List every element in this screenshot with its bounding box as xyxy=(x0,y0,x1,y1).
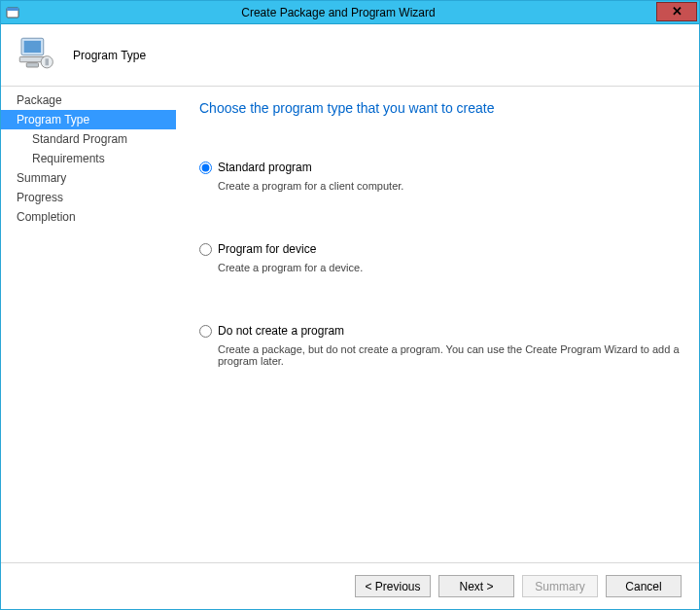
computer-icon xyxy=(15,33,55,77)
radio-standard[interactable] xyxy=(199,161,212,174)
svg-rect-3 xyxy=(24,41,42,53)
option-standard-desc: Create a program for a client computer. xyxy=(218,180,682,192)
svg-rect-1 xyxy=(7,8,18,11)
sidebar-item-completion[interactable]: Completion xyxy=(1,207,176,227)
summary-button: Summary xyxy=(522,575,598,597)
svg-rect-5 xyxy=(26,63,38,67)
page-title: Program Type xyxy=(73,49,146,62)
option-none: Do not create a program Create a package… xyxy=(199,324,682,367)
previous-button[interactable]: < Previous xyxy=(355,575,431,597)
cancel-button[interactable]: Cancel xyxy=(606,575,682,597)
option-none-desc: Create a package, but do not create a pr… xyxy=(218,343,682,367)
option-standard-label: Standard program xyxy=(218,161,312,174)
sidebar: Package Program Type Standard Program Re… xyxy=(1,87,176,562)
sidebar-item-requirements[interactable]: Requirements xyxy=(1,149,176,168)
wizard-body: Package Program Type Standard Program Re… xyxy=(1,87,699,562)
option-device-row[interactable]: Program for device xyxy=(199,242,682,256)
sidebar-item-program-type[interactable]: Program Type xyxy=(1,110,176,129)
window-title: Create Package and Program Wizard xyxy=(20,6,656,19)
wizard-window: Create Package and Program Wizard ✕ Prog… xyxy=(0,0,700,610)
option-none-row[interactable]: Do not create a program xyxy=(199,324,682,338)
close-button[interactable]: ✕ xyxy=(656,2,697,21)
wizard-footer: < Previous Next > Summary Cancel xyxy=(1,562,699,609)
system-menu-icon[interactable] xyxy=(5,5,20,20)
wizard-header: Program Type xyxy=(1,24,699,87)
content-heading: Choose the program type that you want to… xyxy=(199,100,682,116)
option-none-label: Do not create a program xyxy=(218,324,344,338)
next-button[interactable]: Next > xyxy=(438,575,514,597)
option-device-label: Program for device xyxy=(218,242,316,256)
sidebar-item-progress[interactable]: Progress xyxy=(1,188,176,207)
sidebar-item-standard-program[interactable]: Standard Program xyxy=(1,129,176,149)
radio-none[interactable] xyxy=(199,325,212,338)
titlebar: Create Package and Program Wizard ✕ xyxy=(1,1,699,24)
option-device: Program for device Create a program for … xyxy=(199,242,682,273)
option-standard: Standard program Create a program for a … xyxy=(199,161,682,192)
sidebar-item-summary[interactable]: Summary xyxy=(1,168,176,188)
svg-rect-7 xyxy=(46,58,50,65)
sidebar-item-package[interactable]: Package xyxy=(1,90,176,110)
content-area: Choose the program type that you want to… xyxy=(176,87,699,562)
radio-device[interactable] xyxy=(199,243,212,256)
option-device-desc: Create a program for a device. xyxy=(218,262,682,273)
option-standard-row[interactable]: Standard program xyxy=(199,161,682,174)
close-icon: ✕ xyxy=(672,5,682,18)
